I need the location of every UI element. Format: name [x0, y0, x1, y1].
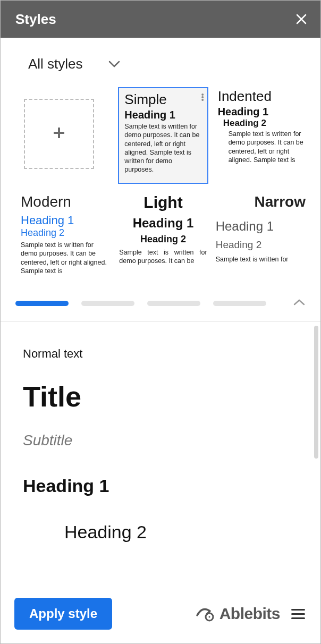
- card-title: Simple: [124, 91, 201, 108]
- card-h1: Heading 1: [118, 216, 208, 231]
- card-sample: Sample text is written for demo purposes…: [229, 130, 306, 164]
- style-preview-list: Normal text Title Subtitle Heading 1 Hea…: [1, 321, 320, 543]
- brand-name: Ablebits: [219, 605, 280, 623]
- card-title: Narrow: [216, 193, 306, 210]
- style-card-simple[interactable]: ••• Simple Heading 1 Sample text is writ…: [118, 87, 208, 184]
- style-card-light[interactable]: Light Heading 1 Heading 2 Sample text is…: [118, 193, 208, 284]
- filter-label: All styles: [28, 56, 83, 72]
- page-indicator-1[interactable]: [15, 301, 69, 306]
- style-card-narrow[interactable]: Narrow Heading 1 Heading 2 Sample text i…: [216, 193, 306, 284]
- preview-item-heading1[interactable]: Heading 1: [23, 476, 299, 496]
- style-filter-dropdown[interactable]: All styles: [1, 38, 320, 72]
- panel-title: Styles: [15, 11, 56, 28]
- card-h1: Heading 1: [124, 109, 201, 121]
- scrollbar-thumb[interactable]: [314, 326, 318, 459]
- preview-item-heading2[interactable]: Heading 2: [64, 522, 299, 543]
- style-cards-grid: ••• Simple Heading 1 Sample text is writ…: [1, 72, 320, 284]
- card-h2: Heading 2: [118, 234, 208, 245]
- preview-item-normal[interactable]: Normal text: [23, 347, 299, 361]
- brand-area[interactable]: Ablebits: [195, 604, 280, 624]
- page-indicator-4[interactable]: [213, 301, 266, 306]
- card-h2: Heading 2: [223, 118, 306, 129]
- card-title: Indented: [218, 88, 306, 105]
- card-h2: Heading 2: [21, 227, 111, 239]
- pager: [1, 284, 320, 321]
- panel-header: Styles: [1, 1, 320, 38]
- card-h1: Heading 1: [21, 214, 111, 227]
- add-style-card[interactable]: [21, 88, 111, 184]
- card-sample: Sample text is written for: [216, 255, 306, 264]
- apply-style-button[interactable]: Apply style: [14, 598, 112, 630]
- plus-icon: [52, 126, 66, 142]
- footer-bar: Apply style Ablebits: [1, 587, 320, 643]
- brand-logo-icon: [195, 604, 215, 624]
- card-sample: Sample text is written for demo purposes…: [124, 122, 201, 174]
- style-card-modern[interactable]: Modern Heading 1 Heading 2 Sample text i…: [21, 193, 111, 284]
- card-h1: Heading 1: [216, 219, 306, 234]
- card-sample: Sample text is written for demo purposes…: [118, 248, 208, 266]
- preview-item-subtitle[interactable]: Subtitle: [23, 432, 299, 449]
- page-indicator-2[interactable]: [81, 301, 134, 306]
- collapse-chevron-icon[interactable]: [293, 299, 306, 308]
- card-sample: Sample text is written for demo purposes…: [21, 241, 111, 275]
- page-indicator-3[interactable]: [147, 301, 200, 306]
- card-menu-icon[interactable]: •••: [201, 94, 204, 101]
- card-h2: Heading 2: [216, 239, 306, 251]
- style-card-indented[interactable]: Indented Heading 1 Heading 2 Sample text…: [216, 88, 306, 179]
- card-title: Light: [118, 193, 208, 211]
- chevron-down-icon: [108, 61, 120, 68]
- card-h1: Heading 1: [218, 106, 306, 118]
- preview-item-title[interactable]: Title: [23, 380, 299, 413]
- card-title: Modern: [21, 193, 111, 210]
- close-icon[interactable]: [295, 13, 308, 26]
- hamburger-menu-icon[interactable]: [290, 609, 307, 619]
- svg-point-1: [208, 616, 210, 618]
